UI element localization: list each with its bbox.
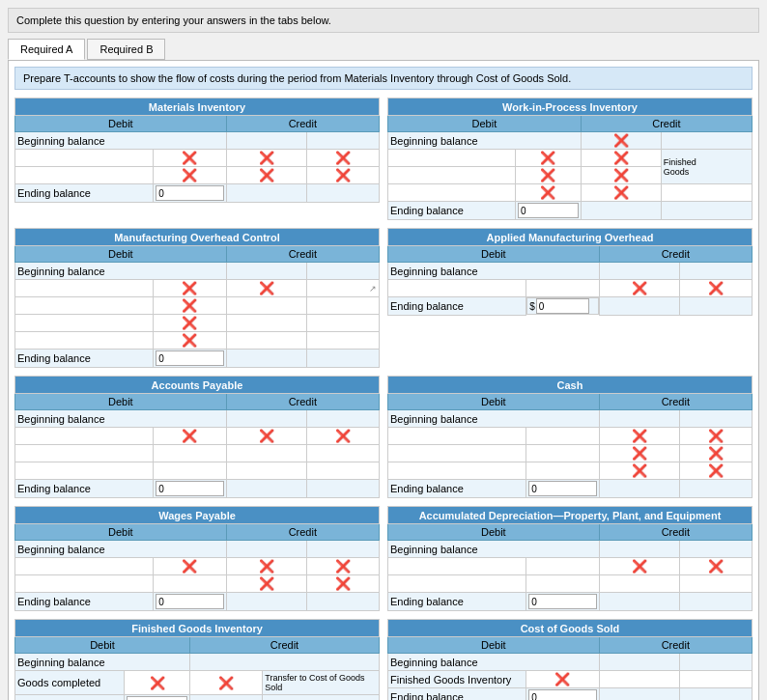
error-icon[interactable]: ❌ <box>182 429 197 443</box>
error-icon[interactable]: ❌ <box>708 429 724 443</box>
error-icon[interactable]: ❌ <box>259 281 274 295</box>
finished-goods-credit-header: Credit <box>189 637 379 654</box>
error-icon[interactable]: ❌ <box>150 676 165 690</box>
accounts-payable-beginning-balance: Beginning balance <box>15 410 227 428</box>
accumulated-depreciation-credit-header: Credit <box>599 524 752 541</box>
mfg-overhead-debit-header: Debit <box>15 246 227 263</box>
wip-ending-balance-label: Ending balance <box>388 202 516 220</box>
cash-ending-balance-label: Ending balance <box>388 480 526 498</box>
finished-goods-note: FinishedGoods <box>661 150 752 184</box>
mfg-overhead-ending-balance-label: Ending balance <box>15 350 154 368</box>
error-icon[interactable]: ❌ <box>708 559 724 574</box>
wip-debit-header: Debit <box>388 116 582 132</box>
cash-ending-balance-input[interactable] <box>528 481 596 496</box>
applied-overhead-credit-header: Credit <box>599 246 752 263</box>
error-icon[interactable]: ❌ <box>259 151 274 165</box>
error-icon[interactable]: ❌ <box>540 168 555 182</box>
error-icon[interactable]: ❌ <box>613 133 629 148</box>
error-icon[interactable]: ❌ <box>708 281 724 295</box>
error-icon[interactable]: ❌ <box>335 151 351 165</box>
finished-goods-ending-balance-input[interactable] <box>127 696 187 700</box>
error-icon[interactable]: ❌ <box>182 151 197 165</box>
error-icon[interactable]: ❌ <box>182 298 197 313</box>
error-icon[interactable]: ❌ <box>335 576 351 591</box>
cogs-ending-balance-label: Ending balance <box>388 688 526 701</box>
cost-of-goods-sold-account: Cost of Goods Sold Debit Credit Beginnin… <box>387 619 753 700</box>
tab-required-b[interactable]: Required B <box>87 39 165 60</box>
error-icon[interactable]: ❌ <box>708 446 724 461</box>
error-icon[interactable]: ❌ <box>632 463 647 478</box>
materials-debit-header: Debit <box>15 116 227 132</box>
mfg-overhead-ending-balance-input[interactable] <box>156 350 223 366</box>
tab-content: Prepare T-accounts to show the flow of c… <box>8 60 759 700</box>
error-icon[interactable]: ❌ <box>540 185 555 200</box>
error-icon[interactable]: ❌ <box>259 168 274 182</box>
finished-goods-inventory-account: Finished Goods Inventory Debit Credit Be… <box>14 619 380 700</box>
error-icon[interactable]: ❌ <box>182 333 197 348</box>
mfg-overhead-beginning-balance: Beginning balance <box>15 263 227 280</box>
applied-overhead-ending-balance-label: Ending balance <box>388 297 526 316</box>
error-icon[interactable]: ❌ <box>335 168 351 182</box>
finished-goods-debit-header: Debit <box>15 637 190 654</box>
cogs-debit-header: Debit <box>388 637 600 654</box>
instructions-text: Complete this question by entering your … <box>8 8 759 33</box>
cash-title: Cash <box>388 377 753 394</box>
error-icon[interactable]: ❌ <box>632 429 647 443</box>
error-icon[interactable]: ❌ <box>182 316 197 330</box>
wages-payable-ending-balance-label: Ending balance <box>15 593 154 611</box>
applied-overhead-beginning-balance: Beginning balance <box>388 263 600 280</box>
wages-payable-title: Wages Payable <box>15 507 380 524</box>
accounts-payable-title: Accounts Payable <box>15 377 380 394</box>
wip-ending-balance-input[interactable] <box>518 203 579 218</box>
materials-inventory-account: Materials Inventory Debit Credit Beginni… <box>14 98 380 222</box>
error-icon[interactable]: ❌ <box>613 185 629 200</box>
error-icon[interactable]: ❌ <box>708 463 724 478</box>
accounts-payable-ending-balance-input[interactable] <box>156 481 223 496</box>
materials-beginning-balance: Beginning balance <box>15 132 227 150</box>
applied-overhead-ending-balance-input[interactable] <box>536 298 589 314</box>
mfg-overhead-credit-header: Credit <box>226 246 379 263</box>
finished-goods-title: Finished Goods Inventory <box>15 620 380 637</box>
accumulated-depreciation-account: Accumulated Depreciation—Property, Plant… <box>387 506 753 613</box>
error-icon[interactable]: ❌ <box>259 559 274 574</box>
cogs-title: Cost of Goods Sold <box>388 620 753 637</box>
error-icon[interactable]: ❌ <box>335 429 351 443</box>
error-icon[interactable]: ❌ <box>218 676 234 690</box>
wip-credit-header: Credit <box>581 116 752 132</box>
error-icon[interactable]: ❌ <box>259 429 274 443</box>
cogs-beginning-balance: Beginning balance <box>388 654 600 671</box>
materials-ending-balance-label: Ending balance <box>15 184 154 203</box>
cash-account: Cash Debit Credit Beginning balance <box>387 376 753 500</box>
accumulated-depreciation-title: Accumulated Depreciation—Property, Plant… <box>388 507 753 524</box>
accumulated-depreciation-ending-balance-input[interactable] <box>528 594 596 609</box>
finished-goods-beginning-balance: Beginning balance <box>15 654 190 671</box>
error-icon[interactable]: ❌ <box>540 151 555 165</box>
error-icon[interactable]: ❌ <box>613 151 629 165</box>
error-icon[interactable]: ❌ <box>632 281 647 295</box>
error-icon[interactable]: ❌ <box>259 576 274 591</box>
wip-title: Work-in-Process Inventory <box>388 98 753 116</box>
error-icon[interactable]: ❌ <box>632 559 647 574</box>
materials-ending-balance-input[interactable] <box>156 185 223 201</box>
wip-beginning-balance: Beginning balance <box>388 132 582 150</box>
wages-payable-beginning-balance: Beginning balance <box>15 541 227 558</box>
wages-payable-ending-balance-input[interactable] <box>156 594 223 609</box>
goods-completed-label: Goods completed <box>15 671 125 695</box>
error-icon[interactable]: ❌ <box>182 281 197 295</box>
error-icon[interactable]: ❌ <box>613 168 629 182</box>
materials-inventory-title: Materials Inventory <box>15 98 380 116</box>
error-icon[interactable]: ❌ <box>554 672 570 686</box>
error-icon[interactable]: ❌ <box>335 559 351 574</box>
wages-payable-account: Wages Payable Debit Credit Beginning bal… <box>14 506 380 613</box>
manufacturing-overhead-account: Manufacturing Overhead Control Debit Cre… <box>14 228 380 370</box>
accounts-payable-ending-balance-label: Ending balance <box>15 480 154 498</box>
error-icon[interactable]: ❌ <box>182 559 197 574</box>
tab-required-a[interactable]: Required A <box>8 39 85 60</box>
error-icon[interactable]: ❌ <box>182 168 197 182</box>
applied-manufacturing-overhead-account: Applied Manufacturing Overhead Debit Cre… <box>387 228 753 370</box>
accounts-payable-credit-header: Credit <box>226 394 379 410</box>
cogs-credit-header: Credit <box>599 637 752 654</box>
cogs-ending-balance-input[interactable] <box>528 689 596 700</box>
error-icon[interactable]: ❌ <box>632 446 647 461</box>
wages-payable-credit-header: Credit <box>226 524 379 541</box>
